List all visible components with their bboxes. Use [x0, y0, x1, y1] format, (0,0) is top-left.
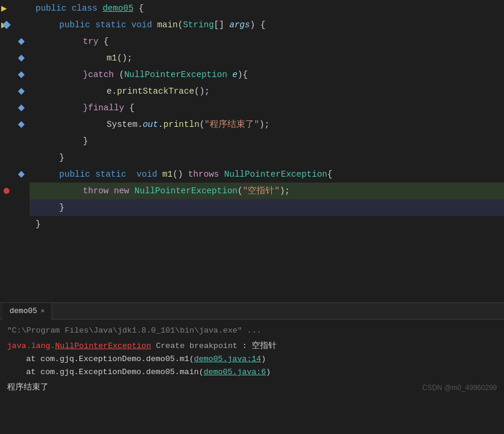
gutter: ▶ ▶ [0, 0, 30, 302]
gutter-row-7 [0, 100, 30, 116]
console-line-3: at com.gjq.ExceptionDemo.demo05.m1(demo0… [7, 353, 497, 366]
tab-demo05[interactable]: demo05 × [2, 303, 52, 320]
debug-diamond-8 [18, 121, 24, 127]
stack-link-main[interactable]: demo05.java:6 [204, 368, 266, 376]
code-line-2: public static void main(String[] args) { [30, 17, 504, 33]
gutter-row-12 [0, 183, 30, 199]
code-line-10: } [30, 149, 504, 166]
exception-link[interactable]: NullPointerException [55, 342, 151, 350]
editor-area: ▶ ▶ [0, 0, 504, 302]
code-line-8: System.out.println("程序结束了"); [30, 116, 504, 133]
gutter-row-5 [0, 66, 30, 83]
console-line-2: java.lang.NullPointerException Create br… [7, 340, 497, 353]
gutter-row-6 [0, 83, 30, 100]
watermark: CSDN @m0_49960299 [422, 381, 497, 394]
stack-link-m1[interactable]: demo05.java:14 [194, 355, 261, 363]
tab-label: demo05 [9, 307, 37, 315]
console-output: "C:\Program Files\Java\jdk1.8.0_101\bin\… [0, 320, 504, 399]
code-line-6: e.printStackTrace(); [30, 83, 504, 100]
code-line-7: }finally { [30, 100, 504, 116]
tab-bar: demo05 × [0, 303, 504, 320]
gutter-row-4 [0, 50, 30, 66]
code-line-1: public class demo05 { [30, 0, 504, 17]
bottom-panel: demo05 × "C:\Program Files\Java\jdk1.8.0… [0, 302, 504, 434]
debug-diamond-4 [18, 55, 24, 61]
gutter-row-8 [0, 116, 30, 133]
debug-diamond-11 [18, 171, 24, 177]
gutter-row-2: ▶ [0, 17, 30, 33]
breakpoint-dot-12 [4, 188, 9, 194]
code-line-9: } [30, 133, 504, 149]
debug-diamond-3 [18, 38, 24, 44]
code-line-12: throw new NullPointerException("空指针"); [30, 183, 504, 199]
console-line-4: at com.gjq.ExceptionDemo.demo05.main(dem… [7, 366, 497, 379]
code-line-14: } [30, 216, 504, 232]
code-content: public class demo05 { public static void… [30, 0, 504, 232]
gutter-row-9 [0, 133, 30, 149]
tab-close-button[interactable]: × [41, 308, 45, 315]
debug-diamond-7 [18, 104, 24, 111]
gutter-row-1: ▶ [0, 0, 30, 17]
code-line-11: public static void m1() throws NullPoint… [30, 166, 504, 183]
code-line-4: m1(); [30, 50, 504, 66]
gutter-row-3 [0, 33, 30, 50]
code-line-3: try { [30, 33, 504, 50]
gutter-row-14 [0, 216, 30, 232]
code-line-5: }catch (NullPointerException e){ [30, 66, 504, 83]
debug-diamond-5 [18, 71, 24, 78]
gutter-row-10 [0, 149, 30, 166]
console-line-1: "C:\Program Files\Java\jdk1.8.0_101\bin\… [7, 324, 497, 337]
debug-arrow-1: ▶ [1, 2, 7, 14]
debug-diamond-6 [18, 88, 24, 94]
code-line-13: } [30, 199, 504, 216]
gutter-row-11 [0, 166, 30, 183]
gutter-row-13 [0, 199, 30, 216]
